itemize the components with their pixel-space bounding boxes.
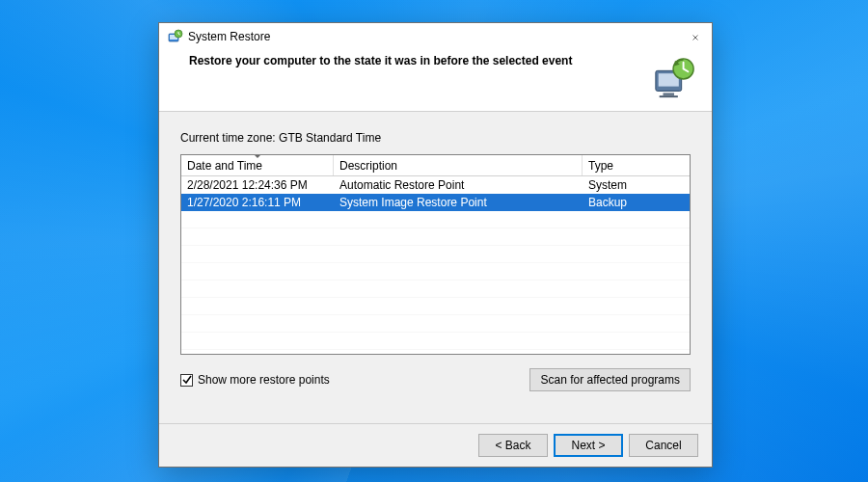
cell-description: System Image Restore Point — [334, 196, 583, 209]
cell-type: Backup — [583, 196, 690, 209]
column-header-type[interactable]: Type — [583, 155, 690, 175]
cancel-button[interactable]: Cancel — [629, 434, 698, 457]
cell-date: 2/28/2021 12:24:36 PM — [181, 178, 334, 192]
back-button[interactable]: < Back — [478, 434, 548, 457]
column-header-label: Description — [339, 159, 397, 173]
column-header-label: Type — [588, 159, 613, 173]
svg-rect-6 — [660, 95, 678, 97]
restore-points-table: Date and Time Description Type 2/28/2021… — [180, 154, 691, 355]
below-table-row: Show more restore points Scan for affect… — [180, 368, 691, 391]
checkmark-icon — [182, 375, 192, 385]
system-restore-hero-icon — [652, 56, 696, 100]
dialog-footer: < Back Next > Cancel — [159, 423, 712, 467]
timezone-label: Current time zone: GTB Standard Time — [180, 131, 691, 145]
system-restore-dialog: System Restore Restore your computer to … — [158, 22, 713, 468]
table-header: Date and Time Description Type — [181, 155, 690, 176]
close-icon — [692, 32, 698, 43]
dialog-body: Current time zone: GTB Standard Time Dat… — [159, 112, 712, 423]
titlebar: System Restore — [168, 29, 703, 44]
sort-descending-icon — [254, 154, 261, 158]
column-header-label: Date and Time — [187, 159, 262, 173]
column-header-date[interactable]: Date and Time — [181, 155, 334, 175]
svg-rect-5 — [664, 93, 675, 95]
column-header-description[interactable]: Description — [334, 155, 583, 175]
next-button[interactable]: Next > — [554, 434, 623, 457]
show-more-checkbox[interactable]: Show more restore points — [180, 373, 330, 387]
cell-date: 1/27/2020 2:16:11 PM — [181, 196, 334, 209]
checkbox-label: Show more restore points — [198, 373, 330, 387]
table-body: 2/28/2021 12:24:36 PMAutomatic Restore P… — [181, 176, 690, 354]
close-button[interactable] — [687, 29, 704, 46]
dialog-header: System Restore Restore your computer to … — [159, 23, 712, 112]
checkbox-box — [180, 374, 193, 387]
page-heading: Restore your computer to the state it wa… — [189, 54, 703, 67]
cell-type: System — [583, 178, 690, 192]
scan-affected-button[interactable]: Scan for affected programs — [529, 368, 691, 391]
table-row[interactable]: 1/27/2020 2:16:11 PMSystem Image Restore… — [181, 194, 690, 211]
cell-description: Automatic Restore Point — [334, 178, 583, 192]
window-title: System Restore — [188, 30, 270, 43]
table-row[interactable]: 2/28/2021 12:24:36 PMAutomatic Restore P… — [181, 176, 690, 194]
system-restore-icon — [168, 29, 183, 44]
